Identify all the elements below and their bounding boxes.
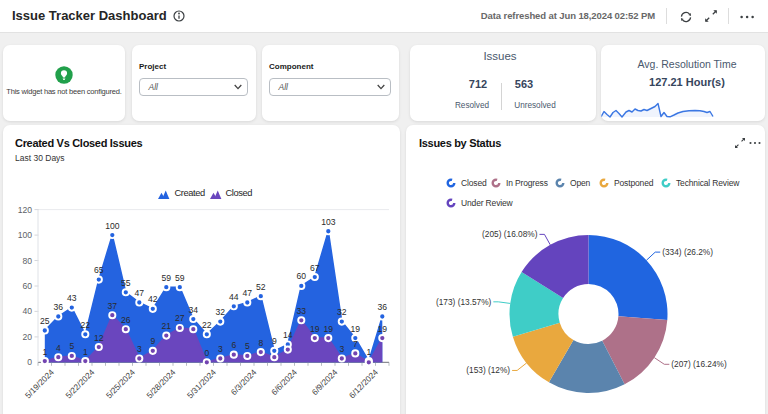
svg-text:59: 59 (162, 273, 172, 283)
svg-text:100: 100 (105, 221, 120, 231)
svg-text:25: 25 (40, 316, 50, 326)
svg-text:60: 60 (297, 271, 307, 281)
svg-text:34: 34 (189, 305, 199, 315)
svg-text:0: 0 (27, 357, 32, 367)
svg-text:3: 3 (137, 344, 142, 354)
svg-text:22: 22 (81, 320, 91, 330)
svg-text:21: 21 (162, 321, 172, 331)
svg-text:5/25/2024: 5/25/2024 (104, 367, 137, 400)
svg-text:47: 47 (135, 288, 145, 298)
svg-text:5/31/2024: 5/31/2024 (185, 367, 218, 400)
svg-text:55: 55 (121, 278, 131, 288)
svg-text:37: 37 (108, 301, 118, 311)
svg-text:14: 14 (283, 330, 293, 340)
svg-text:(153) (12%): (153) (12%) (466, 365, 510, 375)
svg-text:67: 67 (310, 263, 320, 273)
svg-text:1: 1 (42, 347, 47, 357)
svg-text:26: 26 (121, 315, 131, 325)
svg-text:60: 60 (22, 281, 32, 291)
svg-text:20: 20 (22, 332, 32, 342)
svg-text:6/12/2024: 6/12/2024 (347, 367, 380, 400)
svg-text:5/19/2024: 5/19/2024 (23, 367, 56, 400)
svg-text:42: 42 (148, 294, 158, 304)
svg-text:5: 5 (245, 341, 250, 351)
svg-text:7: 7 (353, 339, 358, 349)
svg-text:120: 120 (18, 205, 33, 215)
svg-text:65: 65 (94, 265, 104, 275)
svg-text:33: 33 (297, 306, 307, 316)
svg-text:80: 80 (22, 256, 32, 266)
svg-text:22: 22 (202, 320, 212, 330)
svg-text:(205) (16.08%): (205) (16.08%) (482, 229, 538, 239)
svg-text:32: 32 (216, 307, 226, 317)
svg-text:8: 8 (258, 338, 263, 348)
svg-text:(173) (13.57%): (173) (13.57%) (436, 297, 492, 307)
svg-text:9: 9 (272, 336, 277, 346)
svg-text:19: 19 (351, 324, 361, 334)
svg-text:3: 3 (218, 344, 223, 354)
svg-text:12: 12 (94, 333, 104, 343)
svg-text:(334) (26.2%): (334) (26.2%) (662, 247, 713, 257)
svg-text:27: 27 (175, 313, 185, 323)
svg-text:5/22/2024: 5/22/2024 (63, 367, 96, 400)
svg-text:59: 59 (175, 273, 185, 283)
svg-text:(207) (16.24%): (207) (16.24%) (671, 359, 727, 369)
svg-text:6: 6 (231, 340, 236, 350)
svg-text:6/3/2024: 6/3/2024 (229, 367, 259, 397)
svg-text:43: 43 (67, 293, 77, 303)
svg-text:40: 40 (22, 306, 32, 316)
svg-text:5: 5 (69, 341, 74, 351)
svg-text:47: 47 (243, 288, 253, 298)
svg-text:0: 0 (204, 348, 209, 358)
svg-text:44: 44 (229, 292, 239, 302)
svg-text:9: 9 (150, 336, 155, 346)
svg-text:5/28/2024: 5/28/2024 (144, 367, 177, 400)
svg-text:6/6/2024: 6/6/2024 (269, 367, 299, 397)
svg-text:19: 19 (310, 324, 320, 334)
svg-text:1: 1 (83, 347, 88, 357)
svg-text:1: 1 (366, 347, 371, 357)
svg-text:19: 19 (324, 324, 334, 334)
svg-text:36: 36 (378, 302, 388, 312)
svg-text:3: 3 (339, 344, 344, 354)
svg-text:36: 36 (54, 302, 64, 312)
svg-text:32: 32 (337, 307, 347, 317)
svg-text:6/9/2024: 6/9/2024 (310, 367, 340, 397)
svg-text:19: 19 (378, 324, 388, 334)
svg-text:100: 100 (18, 230, 33, 240)
svg-text:4: 4 (56, 343, 61, 353)
svg-text:103: 103 (321, 217, 336, 227)
svg-text:52: 52 (256, 282, 266, 292)
